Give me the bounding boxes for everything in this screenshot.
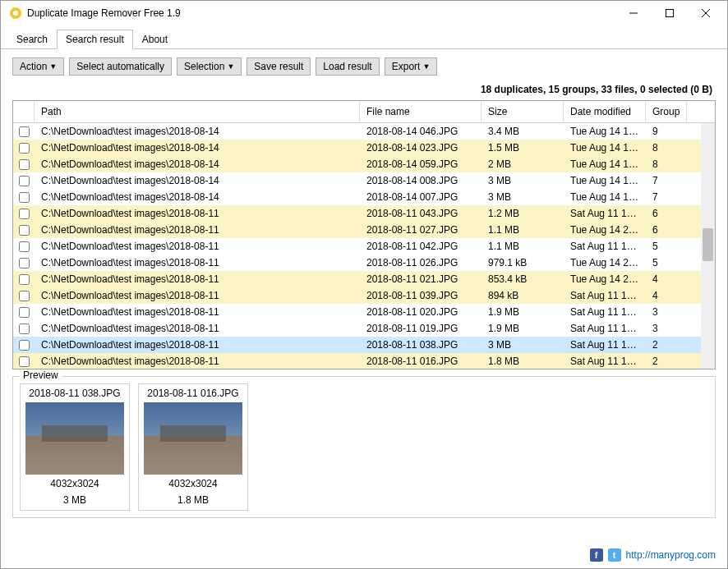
- table-row[interactable]: C:\NetDownload\test images\2018-08-14201…: [13, 156, 715, 172]
- cell-group: 5: [646, 255, 687, 270]
- save-result-button[interactable]: Save result: [247, 57, 311, 76]
- app-icon: [9, 7, 22, 20]
- cell-size: 1.1 MB: [481, 239, 564, 254]
- cell-group: 8: [646, 157, 687, 172]
- row-checkbox[interactable]: [13, 174, 35, 188]
- twitter-icon[interactable]: t: [608, 548, 621, 562]
- preview-panel: Preview 2018-08-11 038.JPG4032x30243 MB2…: [12, 376, 716, 518]
- table-row[interactable]: C:\NetDownload\test images\2018-08-11201…: [13, 205, 715, 222]
- scrollbar-thumb[interactable]: [703, 228, 713, 261]
- summary-text: 18 duplicates, 15 groups, 33 files, 0 se…: [1, 80, 727, 100]
- row-checkbox[interactable]: [13, 141, 35, 155]
- cell-size: 1.9 MB: [481, 305, 564, 319]
- scrollbar[interactable]: [701, 123, 715, 369]
- row-checkbox[interactable]: [13, 190, 35, 204]
- table-row[interactable]: C:\NetDownload\test images\2018-08-11201…: [13, 238, 715, 255]
- load-result-button[interactable]: Load result: [316, 57, 379, 76]
- thumbnail-card[interactable]: 2018-08-11 016.JPG4032x30241.8 MB: [138, 383, 248, 511]
- cell-file: 2018-08-11 026.JPG: [360, 255, 481, 270]
- row-checkbox[interactable]: [13, 289, 35, 303]
- row-checkbox[interactable]: [13, 305, 35, 319]
- col-checkbox[interactable]: [13, 101, 35, 122]
- row-checkbox[interactable]: [13, 355, 35, 369]
- footer-link[interactable]: http://manyprog.com: [626, 549, 716, 561]
- tab-about[interactable]: About: [133, 30, 177, 49]
- cell-group: 9: [646, 124, 687, 139]
- row-checkbox[interactable]: [13, 273, 35, 287]
- cell-group: 4: [646, 272, 687, 287]
- cell-group: 2: [646, 354, 687, 369]
- cell-size: 3.4 MB: [481, 124, 564, 139]
- action-button[interactable]: Action▼: [12, 57, 64, 76]
- cell-file: 2018-08-11 019.JPG: [360, 321, 481, 336]
- cell-date: Tue Aug 14 15:...: [564, 124, 646, 139]
- results-table: Path File name Size Date modified Group …: [12, 100, 716, 369]
- cell-date: Sat Aug 11 19:...: [564, 206, 646, 221]
- row-checkbox[interactable]: [13, 322, 35, 336]
- cell-date: Tue Aug 14 22:...: [564, 272, 646, 287]
- table-row[interactable]: C:\NetDownload\test images\2018-08-14201…: [13, 189, 715, 205]
- cell-size: 3 MB: [481, 337, 564, 352]
- cell-date: Sat Aug 11 19:...: [564, 305, 646, 319]
- row-checkbox[interactable]: [13, 207, 35, 221]
- row-checkbox[interactable]: [13, 223, 35, 237]
- table-row[interactable]: C:\NetDownload\test images\2018-08-11201…: [13, 353, 715, 369]
- cell-date: Sat Aug 11 19:...: [564, 321, 646, 336]
- cell-size: 853.4 kB: [481, 272, 564, 287]
- table-row[interactable]: C:\NetDownload\test images\2018-08-11201…: [13, 320, 715, 337]
- thumb-filename: 2018-08-11 016.JPG: [139, 384, 247, 402]
- cell-size: 1.8 MB: [481, 354, 564, 369]
- cell-size: 1.9 MB: [481, 321, 564, 336]
- preview-label: Preview: [20, 369, 62, 381]
- svg-point-1: [13, 11, 18, 16]
- tab-search-result[interactable]: Search result: [57, 30, 133, 49]
- tab-search[interactable]: Search: [7, 30, 57, 49]
- cell-path: C:\NetDownload\test images\2018-08-11: [35, 321, 360, 336]
- cell-file: 2018-08-11 038.JPG: [360, 337, 481, 352]
- footer: f t http://manyprog.com: [1, 545, 727, 568]
- export-button[interactable]: Export▼: [385, 57, 438, 76]
- table-row[interactable]: C:\NetDownload\test images\2018-08-11201…: [13, 287, 715, 304]
- table-row[interactable]: C:\NetDownload\test images\2018-08-14201…: [13, 140, 715, 156]
- facebook-icon[interactable]: f: [590, 548, 603, 562]
- thumbnail-card[interactable]: 2018-08-11 038.JPG4032x30243 MB: [20, 383, 130, 511]
- table-row[interactable]: C:\NetDownload\test images\2018-08-14201…: [13, 172, 715, 189]
- cell-path: C:\NetDownload\test images\2018-08-11: [35, 223, 360, 237]
- table-row[interactable]: C:\NetDownload\test images\2018-08-14201…: [13, 123, 715, 140]
- table-body: C:\NetDownload\test images\2018-08-14201…: [13, 123, 715, 369]
- col-path[interactable]: Path: [35, 101, 360, 122]
- row-checkbox[interactable]: [13, 158, 35, 172]
- cell-group: 2: [646, 337, 687, 352]
- col-group[interactable]: Group: [646, 101, 687, 122]
- col-size[interactable]: Size: [481, 101, 564, 122]
- col-file[interactable]: File name: [360, 101, 481, 122]
- minimize-button[interactable]: [615, 1, 652, 25]
- row-checkbox[interactable]: [13, 240, 35, 254]
- close-button[interactable]: [688, 1, 724, 25]
- cell-file: 2018-08-14 046.JPG: [360, 124, 481, 139]
- titlebar: Duplicate Image Remover Free 1.9: [1, 1, 727, 25]
- table-row[interactable]: C:\NetDownload\test images\2018-08-11201…: [13, 222, 715, 238]
- table-row[interactable]: C:\NetDownload\test images\2018-08-11201…: [13, 255, 715, 271]
- cell-path: C:\NetDownload\test images\2018-08-14: [35, 173, 360, 188]
- cell-group: 3: [646, 321, 687, 336]
- table-row[interactable]: C:\NetDownload\test images\2018-08-11201…: [13, 271, 715, 287]
- table-row[interactable]: C:\NetDownload\test images\2018-08-11201…: [13, 304, 715, 320]
- cell-group: 3: [646, 305, 687, 319]
- cell-path: C:\NetDownload\test images\2018-08-11: [35, 288, 360, 303]
- maximize-button[interactable]: [652, 1, 688, 25]
- cell-date: Tue Aug 14 15:...: [564, 157, 646, 172]
- col-date[interactable]: Date modified: [564, 101, 646, 122]
- row-checkbox[interactable]: [13, 125, 35, 139]
- cell-path: C:\NetDownload\test images\2018-08-11: [35, 255, 360, 270]
- cell-path: C:\NetDownload\test images\2018-08-14: [35, 157, 360, 172]
- cell-size: 894 kB: [481, 288, 564, 303]
- thumb-size: 1.8 MB: [139, 494, 247, 507]
- cell-group: 4: [646, 288, 687, 303]
- row-checkbox[interactable]: [13, 338, 35, 352]
- selection-button[interactable]: Selection▼: [177, 57, 242, 76]
- select-automatically-button[interactable]: Select automatically: [69, 57, 172, 76]
- row-checkbox[interactable]: [13, 256, 35, 270]
- cell-group: 6: [646, 223, 687, 237]
- table-row[interactable]: C:\NetDownload\test images\2018-08-11201…: [13, 337, 715, 353]
